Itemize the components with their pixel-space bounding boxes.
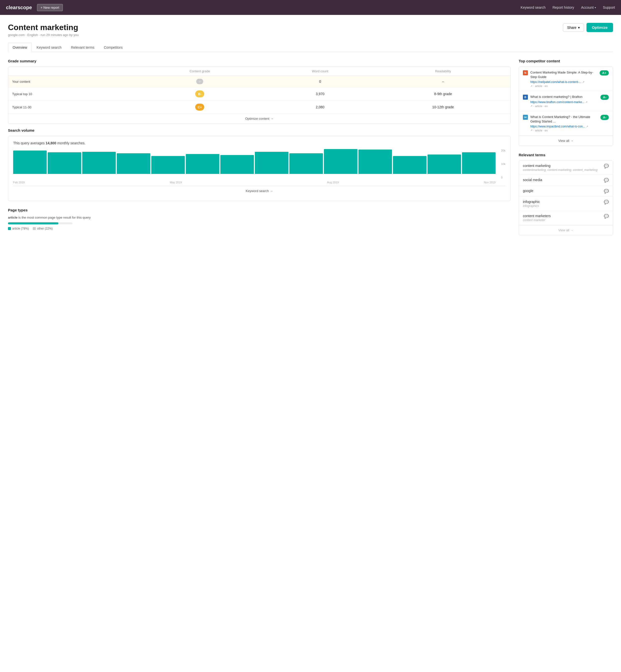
tabs: Overview Keyword search Relevant terms C… xyxy=(8,43,613,52)
view-all-terms-container: View all → xyxy=(519,225,613,235)
list-item: IM What is Content Marketing? - the Ulti… xyxy=(519,111,613,136)
table-row: Typical top 10 B- 3,970 8-9th grade xyxy=(8,87,510,100)
tab-relevant-terms[interactable]: Relevant terms xyxy=(66,43,99,52)
share-button[interactable]: Share ▾ xyxy=(563,24,584,32)
term-name-0: content marketing xyxy=(523,164,597,168)
page-title: Content marketing xyxy=(8,23,79,32)
nav-report-history[interactable]: Report history xyxy=(552,5,574,9)
search-volume-title: Search volume xyxy=(8,128,511,132)
list-item: content marketers content marketer 💬 xyxy=(519,211,613,225)
competitor-title-1: What is content marketing? | Brafton xyxy=(530,95,598,99)
chart-y-labels: 20k 10k 0 xyxy=(501,149,505,179)
title-left: Content marketing google.com · English ·… xyxy=(8,23,79,37)
chart-bar xyxy=(289,153,323,174)
term-name-1: social media xyxy=(523,178,542,182)
optimize-content-link[interactable]: Optimize content → xyxy=(8,114,510,123)
keyword-search-link[interactable]: Keyword search → xyxy=(13,186,505,196)
tab-keyword-search[interactable]: Keyword search xyxy=(32,43,66,52)
competitor-favicon-2: IM xyxy=(523,115,528,120)
chart-bar xyxy=(48,152,81,174)
list-item: infographic infographics 💬 xyxy=(519,197,613,211)
row-grade-11-30: C+ xyxy=(135,100,264,114)
chevron-down-icon: ▾ xyxy=(578,26,580,30)
volume-card: This query averages 14,800 monthly searc… xyxy=(8,136,511,201)
chart-bar xyxy=(220,155,254,174)
col-header-content-grade: Content grade xyxy=(135,67,264,76)
nav-support[interactable]: Support xyxy=(603,5,615,9)
right-column: Top competitor content N Content Marketi… xyxy=(519,59,613,235)
page-content: Content marketing google.com · English ·… xyxy=(0,15,621,672)
chevron-down-icon: ▾ xyxy=(595,6,596,9)
row-wordcount-11-30: 2,080 xyxy=(264,100,376,114)
link-icon: ↗ xyxy=(530,104,532,107)
chart-bars xyxy=(13,149,505,174)
competitor-info-1: What is content marketing? | Brafton htt… xyxy=(530,95,598,107)
tab-overview[interactable]: Overview xyxy=(8,43,32,52)
comment-icon[interactable]: 💬 xyxy=(604,164,609,168)
legend-item-article: article (78%) xyxy=(8,227,29,230)
term-text-4: content marketers content marketer xyxy=(523,214,551,222)
chart-bar xyxy=(393,156,426,174)
list-item: social media 💬 xyxy=(519,175,613,186)
competitor-grade-1: A- xyxy=(601,95,609,100)
tab-competitors[interactable]: Competitors xyxy=(99,43,127,52)
chart-bar xyxy=(324,149,358,174)
optimize-button[interactable]: Optimize xyxy=(586,23,613,32)
term-text-2: google xyxy=(523,189,533,193)
chart-bar xyxy=(82,152,116,174)
chart-bar xyxy=(151,156,185,174)
competitor-url-1[interactable]: https://www.brafton.com/content-marke...… xyxy=(530,100,598,104)
table-row: Typical 11-30 C+ 2,080 10-12th grade xyxy=(8,100,510,114)
list-item: google 💬 xyxy=(519,186,613,197)
new-report-button[interactable]: + New report xyxy=(37,4,63,11)
chart-bar xyxy=(117,153,150,174)
term-variants-3: infographics xyxy=(523,204,540,208)
page-types-description: article is the most common page type res… xyxy=(8,216,511,219)
chart-bar xyxy=(359,150,392,174)
view-all-competitors-button[interactable]: View all → xyxy=(519,136,613,145)
competitor-favicon-0: N xyxy=(523,70,528,75)
row-readability-top10: 8-9th grade xyxy=(376,87,510,100)
competitor-meta-1: ↗ · article · en xyxy=(530,104,598,108)
comment-icon[interactable]: 💬 xyxy=(604,189,609,194)
comment-icon[interactable]: 💬 xyxy=(604,178,609,182)
term-text-0: content marketing contentmarketing, cont… xyxy=(523,164,597,172)
left-column: Grade summary Content grade Word count R… xyxy=(8,59,511,235)
term-variants-0: contentmarketing, content-marketing, con… xyxy=(523,168,597,172)
grade-badge-b-minus: B- xyxy=(195,90,204,97)
competitor-url-2[interactable]: https://www.impactbnd.com/what-is-con...… xyxy=(530,125,598,128)
list-item: content marketing contentmarketing, cont… xyxy=(519,161,613,175)
chart-bar xyxy=(13,151,47,174)
page-subtitle: google.com · English · run 29 minutes ag… xyxy=(8,33,79,37)
page-types-legend: article (78%) other (22%) xyxy=(8,227,511,230)
row-label-11-30: Typical 11-30 xyxy=(8,100,135,114)
legend-item-other: other (22%) xyxy=(33,227,53,230)
row-wordcount-your-content: 0 xyxy=(264,76,376,87)
row-readability-your-content: – xyxy=(376,76,510,87)
chart-bar xyxy=(427,155,461,174)
grade-summary-table: Content grade Word count Readability You… xyxy=(8,67,511,124)
legend-dot-article xyxy=(8,227,11,230)
term-variants-4: content marketer xyxy=(523,218,551,222)
competitor-meta-2: ↗ · article · en xyxy=(530,129,598,132)
competitor-meta-0: ↗ · article · en xyxy=(530,84,597,87)
competitor-url-0[interactable]: https://neilpatel.com/what-is-content-..… xyxy=(530,80,597,84)
row-grade-top10: B- xyxy=(135,87,264,100)
nav-account[interactable]: Account ▾ xyxy=(581,5,596,9)
competitor-title-0: Content Marketing Made Simple: A Step-by… xyxy=(530,70,597,79)
comment-icon[interactable]: 💬 xyxy=(604,200,609,205)
row-label-your-content: Your content xyxy=(8,76,135,87)
comment-icon[interactable]: 💬 xyxy=(604,214,609,219)
chart-bar xyxy=(462,152,496,174)
grade-summary-title: Grade summary xyxy=(8,59,511,63)
view-all-terms-link[interactable]: View all → xyxy=(519,225,613,235)
table-row: Your content – 0 – xyxy=(8,76,510,87)
list-item: N Content Marketing Made Simple: A Step-… xyxy=(519,67,613,91)
search-volume-section: Search volume This query averages 14,800… xyxy=(8,128,511,201)
main-layout: Grade summary Content grade Word count R… xyxy=(8,59,613,235)
header-nav: Keyword search Report history Account ▾ … xyxy=(521,5,615,9)
term-text-1: social media xyxy=(523,178,542,182)
nav-keyword-search[interactable]: Keyword search xyxy=(521,5,545,9)
row-wordcount-top10: 3,970 xyxy=(264,87,376,100)
col-header-readability: Readability xyxy=(376,67,510,76)
